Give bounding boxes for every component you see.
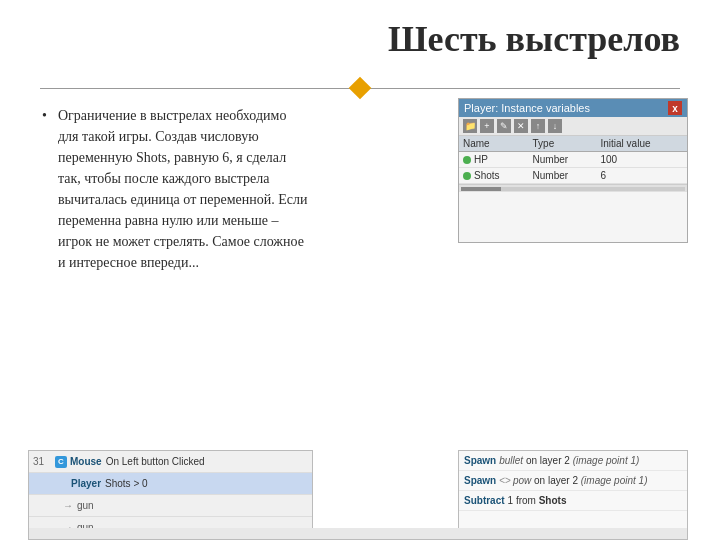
toolbar-up-icon[interactable]: ↑ — [531, 119, 545, 133]
row-number: 31 — [33, 456, 55, 467]
dot-green-icon — [463, 172, 471, 180]
instance-panel-toolbar: 📁 + ✎ ✕ ↑ ↓ — [459, 117, 687, 136]
var-shots-type: Number — [529, 168, 597, 184]
instance-table: Name Type Initial value HP Number 100 Sh… — [459, 136, 687, 184]
mouse-label: Mouse — [70, 456, 102, 467]
instance-panel-titlebar: Player: Instance variables x — [459, 99, 687, 117]
mouse-condition: On Left button Clicked — [106, 456, 308, 467]
col-name-header: Name — [459, 136, 529, 152]
event-panel-left: 31 C Mouse On Left button Clicked Player… — [28, 450, 313, 540]
instance-panel-close-button[interactable]: x — [668, 101, 682, 115]
col-type-header: Type — [529, 136, 597, 152]
player-condition: Shots > 0 — [105, 478, 308, 489]
main-content: Ограничение в выстрелах необходимо для т… — [40, 105, 310, 273]
var-shots-name: Shots — [459, 168, 529, 184]
scroll-thumb — [461, 187, 501, 191]
event-arrow-row-1: → gun — [29, 495, 312, 517]
var-shots-value: 6 — [596, 168, 687, 184]
body-paragraph: Ограничение в выстрелах необходимо для т… — [40, 105, 310, 273]
instance-panel-title: Player: Instance variables — [464, 102, 590, 114]
toolbar-add-icon[interactable]: + — [480, 119, 494, 133]
table-row: HP Number 100 — [459, 152, 687, 168]
spawn-keyword-2: Spawn — [464, 475, 496, 486]
scroll-track — [461, 187, 685, 191]
var-hp-value: 100 — [596, 152, 687, 168]
subtract-keyword: Subtract — [464, 495, 505, 506]
action-row-subtract: Subtract 1 from Shots — [459, 491, 687, 511]
player-label: Player — [71, 478, 101, 489]
instance-panel-scrollbar[interactable] — [459, 184, 687, 192]
action-row-spawn-pow: Spawn <> pow on layer 2 (image point 1) — [459, 471, 687, 491]
page-title: Шесть выстрелов — [388, 18, 680, 60]
divider-diamond-icon — [349, 77, 372, 100]
col-value-header: Initial value — [596, 136, 687, 152]
arrow-right-icon: → — [63, 500, 73, 511]
event-row-player: Player Shots > 0 — [29, 473, 312, 495]
toolbar-down-icon[interactable]: ↓ — [548, 119, 562, 133]
event-area: 31 C Mouse On Left button Clicked Player… — [0, 422, 720, 540]
toolbar-delete-icon[interactable]: ✕ — [514, 119, 528, 133]
dot-green-icon — [463, 156, 471, 164]
title-area: Шесть выстрелов — [388, 18, 680, 60]
bullet-italic: bullet — [499, 455, 523, 466]
spawn-bullet-text: bullet on layer 2 (image point 1) — [499, 455, 639, 466]
action-row-spawn-bullet: Spawn bullet on layer 2 (image point 1) — [459, 451, 687, 471]
table-row: Shots Number 6 — [459, 168, 687, 184]
var-hp-name: HP — [459, 152, 529, 168]
var-hp-type: Number — [529, 152, 597, 168]
spawn-keyword-1: Spawn — [464, 455, 496, 466]
instance-table-container: Name Type Initial value HP Number 100 Sh… — [459, 136, 687, 184]
event-target-1: gun — [77, 500, 94, 511]
image-point-italic-1: (image point 1) — [573, 455, 640, 466]
toolbar-edit-icon[interactable]: ✎ — [497, 119, 511, 133]
pow-italic: pow — [513, 475, 531, 486]
instance-variables-panel: Player: Instance variables x 📁 + ✎ ✕ ↑ ↓… — [458, 98, 688, 243]
event-row-mouse: 31 C Mouse On Left button Clicked — [29, 451, 312, 473]
compare-symbol: <> — [499, 475, 511, 486]
shots-bold: Shots — [539, 495, 567, 506]
subtract-text: 1 from Shots — [508, 495, 567, 506]
bottom-scrollbar[interactable] — [28, 528, 688, 540]
toolbar-folder-icon[interactable]: 📁 — [463, 119, 477, 133]
event-panel-right: Spawn bullet on layer 2 (image point 1) … — [458, 450, 688, 540]
c-mouse-icon: C — [55, 456, 67, 468]
spawn-pow-text: pow on layer 2 (image point 1) — [513, 475, 648, 486]
image-point-italic-2: (image point 1) — [581, 475, 648, 486]
